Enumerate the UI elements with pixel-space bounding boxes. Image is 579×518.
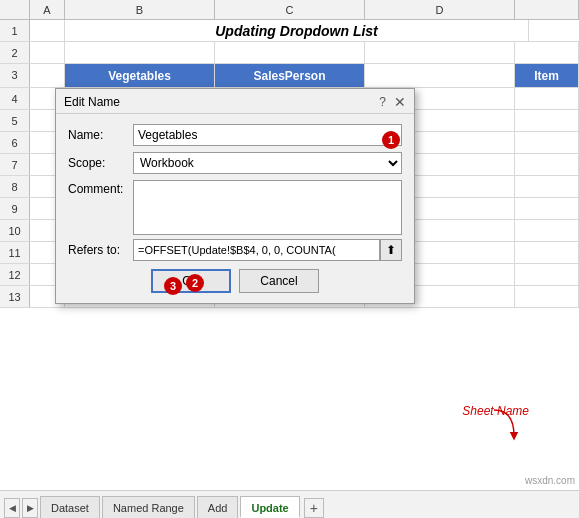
refers-input[interactable] [133, 239, 380, 261]
table-row: 2 [0, 42, 579, 64]
cell-e13[interactable] [515, 286, 579, 307]
cell-e5[interactable] [515, 110, 579, 131]
scope-row: Scope: Workbook [68, 152, 402, 174]
cell-a3[interactable] [30, 64, 65, 87]
tab-add-new-button[interactable]: + [304, 498, 324, 518]
row-number: 6 [0, 132, 30, 153]
col-header-d: D [365, 0, 515, 19]
cell-e8[interactable] [515, 176, 579, 197]
cell-e7[interactable] [515, 154, 579, 175]
cell-e9[interactable] [515, 198, 579, 219]
row-number: 12 [0, 264, 30, 285]
cell-e12[interactable] [515, 264, 579, 285]
spreadsheet: A B C D 1 Updating Dropdown List 2 3 Veg… [0, 0, 579, 480]
edit-name-dialog: Edit Name ? ✕ Name: Scope: Workbook Comm [55, 88, 415, 304]
table-row: 3 Vegetables SalesPerson Item [0, 64, 579, 88]
cell-a2[interactable] [30, 42, 65, 63]
col-header-a: A [30, 0, 65, 19]
dialog-buttons: OK Cancel [68, 269, 402, 293]
col-header-b: B [65, 0, 215, 19]
row-number: 4 [0, 88, 30, 109]
cell-e10[interactable] [515, 220, 579, 241]
comment-label: Comment: [68, 180, 133, 196]
cell-title: Updating Dropdown List [65, 20, 529, 41]
cell-b2[interactable] [65, 42, 215, 63]
refers-expand-button[interactable]: ⬆ [380, 239, 402, 261]
row-number: 3 [0, 64, 30, 87]
cell-a1[interactable] [30, 20, 65, 41]
name-row: Name: [68, 124, 402, 146]
row-number: 8 [0, 176, 30, 197]
watermark: wsxdn.com [525, 475, 575, 486]
dialog-close-button[interactable]: ✕ [394, 95, 406, 109]
row-number: 13 [0, 286, 30, 307]
table-row: 1 Updating Dropdown List [0, 20, 579, 42]
col-header-e [515, 0, 579, 19]
row-number: 9 [0, 198, 30, 219]
row-number: 2 [0, 42, 30, 63]
cancel-button[interactable]: Cancel [239, 269, 319, 293]
row-number: 1 [0, 20, 30, 41]
tab-named-range[interactable]: Named Range [102, 496, 195, 518]
sheet-name-arrow [464, 408, 524, 444]
cell-d3[interactable] [365, 64, 515, 87]
dialog-title: Edit Name [64, 95, 120, 109]
tab-scroll-right[interactable]: ▶ [22, 498, 38, 518]
badge-1: 1 [382, 131, 400, 149]
cell-e3-item[interactable]: Item [515, 64, 579, 87]
corner-cell [0, 0, 30, 19]
cell-c2[interactable] [215, 42, 365, 63]
row-number: 10 [0, 220, 30, 241]
cell-e11[interactable] [515, 242, 579, 263]
refers-row: Refers to: ⬆ [68, 239, 402, 261]
refers-label: Refers to: [68, 243, 133, 257]
cell-e2[interactable] [515, 42, 579, 63]
cell-c3-header[interactable]: SalesPerson [215, 64, 365, 87]
name-input[interactable] [133, 124, 402, 146]
dialog-help-button[interactable]: ? [379, 95, 386, 109]
dialog-body: Name: Scope: Workbook Comment: Refers to… [56, 114, 414, 303]
column-headers: A B C D [0, 0, 579, 20]
col-header-c: C [215, 0, 365, 19]
name-label: Name: [68, 128, 133, 142]
dialog-title-bar: Edit Name ? ✕ [56, 89, 414, 114]
tab-bar: ◀ ▶ Dataset Named Range Add Update + wsx… [0, 490, 579, 518]
dialog-controls: ? ✕ [379, 95, 406, 109]
row-number: 7 [0, 154, 30, 175]
tab-scroll-left[interactable]: ◀ [4, 498, 20, 518]
scope-label: Scope: [68, 156, 133, 170]
cell-e6[interactable] [515, 132, 579, 153]
badge-2: 2 [186, 274, 204, 292]
row-number: 5 [0, 110, 30, 131]
cell-e4[interactable] [515, 88, 579, 109]
row-number: 11 [0, 242, 30, 263]
tab-dataset[interactable]: Dataset [40, 496, 100, 518]
tab-add[interactable]: Add [197, 496, 239, 518]
scope-select[interactable]: Workbook [133, 152, 402, 174]
cell-b3-header[interactable]: Vegetables [65, 64, 215, 87]
comment-textarea[interactable] [133, 180, 402, 235]
badge-3: 3 [164, 277, 182, 295]
comment-row: Comment: [68, 180, 402, 235]
cell-d2[interactable] [365, 42, 515, 63]
tab-update[interactable]: Update [240, 496, 299, 518]
